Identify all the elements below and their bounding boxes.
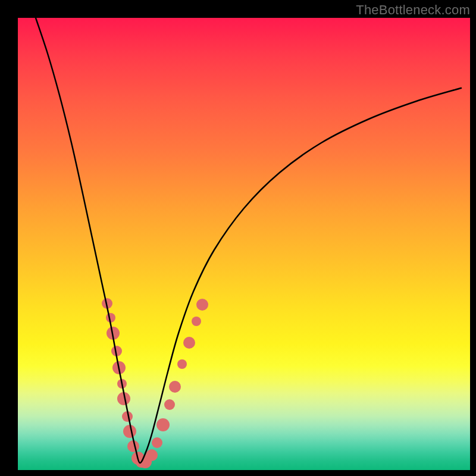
data-marker: [183, 337, 195, 349]
data-marker: [123, 425, 136, 438]
data-marker: [164, 399, 175, 410]
data-marker: [152, 437, 162, 448]
data-marker: [156, 418, 170, 431]
chart-svg: [18, 18, 470, 470]
watermark-text: TheBottleneck.com: [356, 2, 470, 18]
data-marker: [196, 299, 208, 311]
plot-area: [18, 18, 470, 470]
data-marker: [192, 317, 201, 326]
chart-frame: TheBottleneck.com: [0, 0, 476, 476]
data-marker: [177, 359, 187, 369]
bottleneck-curve: [36, 18, 461, 463]
marker-layer: [102, 298, 208, 468]
data-marker: [169, 381, 181, 393]
